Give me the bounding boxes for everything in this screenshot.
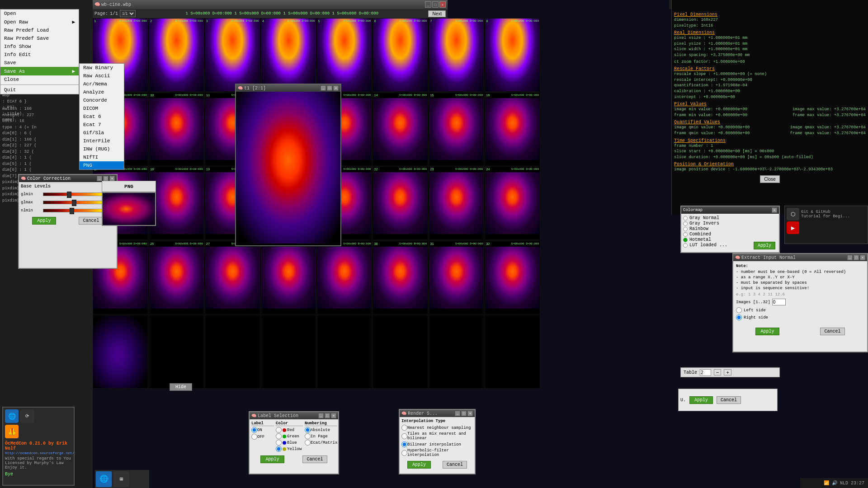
radio-lut-loaded[interactable]	[683, 243, 688, 248]
hide-button[interactable]: Hide	[170, 383, 192, 391]
brain-cell-22[interactable]: 22S=00s000 D=00:000	[373, 166, 428, 240]
saveas-png[interactable]: PNG	[80, 161, 124, 169]
page-select[interactable]: 1/1	[120, 10, 136, 17]
color-red-radio[interactable]	[276, 427, 282, 433]
colormap-rainbow[interactable]: Rainbow	[683, 226, 777, 231]
taskbar-edge-icon[interactable]: 🌐	[96, 471, 112, 487]
colormap-close[interactable]: ✕	[772, 207, 777, 213]
render-cancel-button[interactable]: Cancel	[443, 461, 467, 469]
next-button[interactable]: Next	[428, 10, 446, 17]
extract-maximize[interactable]: □	[854, 255, 859, 260]
table-value-input[interactable]	[700, 369, 711, 376]
brain-cell-23[interactable]: 23S=00s000 D=00:000	[429, 166, 484, 240]
render-nearest[interactable]: Nearest neighbour sampling	[401, 425, 473, 431]
radio-gray-invers[interactable]	[683, 221, 688, 226]
brain-cell-27[interactable]: 27S=00s000 D=00:000	[205, 241, 260, 314]
brain-view-minimize[interactable]: _	[321, 85, 326, 91]
number-absolute-radio[interactable]	[305, 427, 311, 433]
saveas-interfile[interactable]: InterFile	[80, 137, 124, 145]
brain-cell-5[interactable]: 5S=00s000 D=00:000	[317, 18, 373, 92]
info-close-button[interactable]: Close	[760, 175, 780, 183]
brain-cell-14[interactable]: 14S=00s000 D=00:000	[373, 92, 428, 166]
menu-open-raw[interactable]: Open Raw▶	[0, 18, 79, 26]
label-on-row[interactable]: ON	[251, 427, 274, 433]
saveas-analyze[interactable]: Analyze	[80, 88, 124, 96]
brain-cell-2[interactable]: 2S=00s000 D=00:000	[149, 18, 204, 92]
window-close[interactable]: ✕	[439, 1, 446, 8]
color-green-radio[interactable]	[276, 433, 282, 439]
color-red-row[interactable]: Red	[276, 427, 303, 433]
number-ecat-radio[interactable]	[305, 440, 311, 446]
saveas-dicom[interactable]: DICOM	[80, 104, 124, 113]
render-apply-button[interactable]: Apply	[407, 461, 431, 469]
brain-cell-37[interactable]	[317, 315, 373, 389]
render-close[interactable]: ✕	[467, 411, 473, 416]
colormap-combined[interactable]: Combined	[683, 232, 777, 237]
render-minimize[interactable]: _	[455, 411, 460, 416]
brain-cell-34[interactable]	[149, 315, 204, 389]
additional-cancel-btn[interactable]: Cancel	[717, 396, 741, 404]
color-yellow-radio[interactable]	[276, 446, 282, 452]
render-tiles[interactable]: Tiles as mix nearest and bilinear	[401, 432, 473, 441]
color-yellow-row[interactable]: Yellow	[276, 446, 303, 452]
cc-cancel-button[interactable]: Cancel	[79, 217, 103, 225]
glmax-thumb[interactable]	[72, 200, 76, 206]
colormap-apply-button[interactable]: Apply	[754, 242, 775, 249]
brain-cell-38[interactable]	[373, 315, 428, 389]
menu-save[interactable]: Save	[0, 59, 79, 67]
number-inpage-row[interactable]: In Page	[305, 433, 337, 439]
radio-rainbow[interactable]	[683, 227, 688, 231]
brain-cell-3[interactable]: 3S=00s000 D=00:000	[205, 18, 260, 92]
menu-quit[interactable]: Quit	[0, 86, 79, 94]
brain-cell-32[interactable]: 32S=00s000 D=00:000	[485, 241, 540, 314]
render-bilinear-radio[interactable]	[401, 441, 407, 447]
radio-combined[interactable]	[683, 232, 688, 237]
extract-cancel-button[interactable]: Cancel	[820, 328, 844, 335]
brain-cell-33[interactable]	[93, 315, 148, 389]
color-blue-radio[interactable]	[276, 440, 282, 446]
menu-info-show[interactable]: Info Show	[0, 42, 79, 51]
window-maximize[interactable]: □	[432, 1, 439, 8]
saveas-inw[interactable]: INW (RUG)	[80, 145, 124, 153]
window-minimize[interactable]: _	[425, 1, 431, 8]
extract-left-row[interactable]: Left side	[736, 307, 864, 313]
brain-view-maximize[interactable]: □	[327, 85, 332, 91]
brain-view-close[interactable]: ✕	[333, 85, 339, 91]
menu-info-edit[interactable]: Info Edit	[0, 51, 79, 59]
label-on-radio[interactable]	[251, 427, 257, 433]
brain-cell-40[interactable]	[485, 315, 540, 389]
brain-cell-29[interactable]: 29S=00s000 D=00:000	[317, 241, 373, 314]
saveas-raw-binary[interactable]: Raw Binary	[80, 64, 124, 72]
render-hyperbolic[interactable]: Hyperbolic-filter interpolation	[401, 448, 473, 457]
table-minus-button[interactable]: −	[714, 369, 721, 375]
additional-apply-btn[interactable]: Apply	[689, 396, 713, 404]
radio-gray-normal[interactable]	[683, 216, 688, 221]
brain-cell-16[interactable]: 16S=00s000 D=00:000	[485, 92, 540, 166]
glmin-thumb[interactable]	[67, 192, 71, 198]
color-green-row[interactable]: Green	[276, 433, 303, 439]
saveas-acr-nema[interactable]: Acr/Nema	[80, 80, 124, 88]
render-maximize[interactable]: □	[461, 411, 467, 416]
brain-cell-28[interactable]: 28S=00s000 D=00:000	[261, 241, 316, 314]
saveas-gifsla[interactable]: Gif/Sla	[80, 129, 124, 137]
colormap-gray-normal[interactable]: Gray Normal	[683, 216, 777, 221]
brain-cell-30[interactable]: 30S=00s000 D=00:000	[373, 241, 428, 314]
extract-apply-button[interactable]: Apply	[755, 328, 779, 335]
label-cancel-button[interactable]: Cancel	[302, 455, 327, 463]
brain-cell-35[interactable]	[205, 315, 260, 389]
menu-open[interactable]: Open	[0, 9, 79, 18]
brain-cell-15[interactable]: 15S=00s000 D=00:000	[429, 92, 484, 166]
render-tiles-radio[interactable]	[401, 433, 407, 439]
brain-cell-8[interactable]: 8S=00s000 D=00:000	[485, 18, 540, 92]
saveas-concorde[interactable]: Concorde	[80, 96, 124, 104]
about-link[interactable]: http://ocmedcon.sourceforge.net/	[5, 451, 72, 455]
extract-right-row[interactable]: Right side	[736, 314, 864, 320]
menu-raw-predef-load[interactable]: Raw Predef Load	[0, 26, 79, 34]
brain-cell-26[interactable]: 26S=00s000 D=00:000	[149, 241, 204, 314]
extract-minimize[interactable]: _	[847, 255, 853, 260]
number-absolute-row[interactable]: Absolute	[305, 427, 337, 433]
brain-cell-39[interactable]	[429, 315, 484, 389]
label-dialog-minimize[interactable]: _	[318, 413, 324, 418]
extract-images-input[interactable]	[772, 299, 786, 305]
taskbar-search-icon[interactable]: ⊞	[113, 471, 129, 487]
